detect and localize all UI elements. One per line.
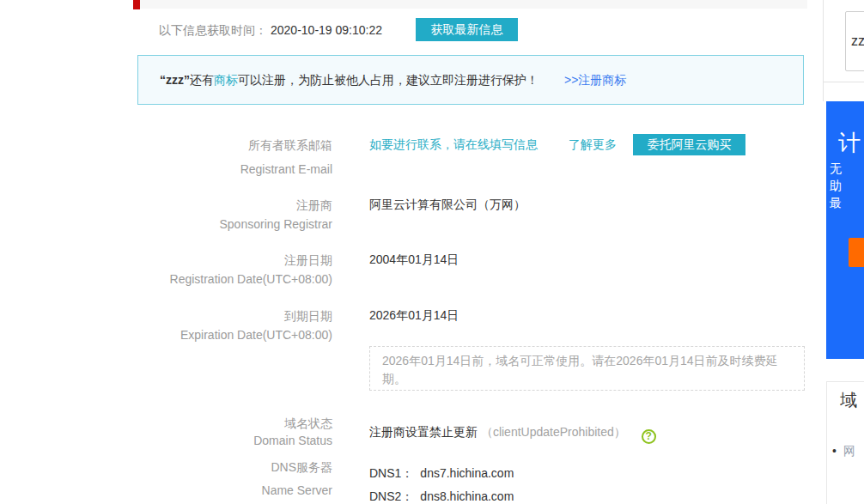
expiration-date-value: 2026年01月14日 (369, 308, 459, 324)
domain-status-label: 域名状态 Domain Status (137, 415, 332, 449)
header-bottom-strip (140, 0, 807, 9)
sidebar-divider (823, 0, 824, 101)
registrar-value: 阿里云计算有限公司（万网） (369, 197, 526, 213)
bullet-icon: • (832, 444, 837, 458)
status-text: 注册商设置禁止更新 (369, 425, 478, 439)
contact-online-link[interactable]: 如要进行联系，请在线填写信息 (369, 137, 538, 151)
domain-status-value: 注册商设置禁止更新 （clientUpdateProhibited） ? (369, 425, 656, 444)
register-trademark-link[interactable]: >>注册商标 (564, 73, 626, 87)
dns-server-label: DNS服务器 Name Server (137, 456, 332, 502)
renewal-notice: 2026年01月14日前，域名可正常使用。请在2026年01月14日前及时续费延… (369, 346, 805, 391)
banner-text-2: 可以注册，为防止被他人占用，建议立即注册进行保护！ (238, 73, 538, 87)
promo-action-button[interactable] (849, 238, 864, 267)
banner-domain: “zzz” (160, 73, 190, 87)
dns-server-value: DNS1：dns7.hichina.com DNS2：dns8.hichina.… (369, 462, 514, 504)
refresh-info-button[interactable]: 获取最新信息 (416, 18, 518, 41)
registration-date-label: 注册日期 Registration Date(UTC+08:00) (137, 251, 332, 288)
trademark-banner: “zzz”还有商标可以注册，为防止被他人占用，建议立即注册进行保护！>>注册商标 (137, 55, 804, 105)
trademark-link[interactable]: 商标 (214, 73, 238, 87)
dns1-host: dns7.hichina.com (420, 466, 514, 480)
learn-more-link[interactable]: 了解更多 (569, 137, 617, 151)
sidebar-panel-title: 域 (840, 389, 857, 412)
promo-title: 计 (838, 129, 861, 156)
sidebar-panel-link[interactable]: 网 (843, 444, 855, 458)
registrant-email-label: 所有者联系邮箱 Registrant E-mail (137, 133, 332, 181)
promo-text: 无 助 最 (830, 160, 842, 211)
entrust-aliyun-buy-button[interactable]: 委托阿里云购买 (633, 134, 745, 155)
registrant-email-value: 如要进行联系，请在线填写信息 了解更多 (369, 137, 617, 153)
section-accent-bar (133, 0, 140, 9)
sidebar-section-divider (823, 82, 864, 82)
dns-server-row: DNS1：dns7.hichina.com (369, 462, 514, 485)
status-code: （clientUpdateProhibited） (481, 425, 626, 439)
fetch-time-value: 2020-10-19 09:10:22 (271, 23, 382, 37)
registration-date-value: 2004年01月14日 (369, 252, 459, 268)
dns-server-row: DNS2：dns8.hichina.com (369, 485, 514, 504)
fetch-time-row: 以下信息获取时间：2020-10-19 09:10:22 (159, 21, 382, 39)
banner-text-1: 还有 (190, 73, 214, 87)
fetch-time-label: 以下信息获取时间： (159, 23, 267, 37)
domain-search-input[interactable] (845, 11, 864, 71)
status-help-icon[interactable]: ? (642, 429, 656, 444)
sidebar-panel-list-item[interactable]: •网 (832, 444, 855, 459)
dns2-host: dns8.hichina.com (420, 489, 514, 503)
expiration-date-label: 到期日期 Expiration Date(UTC+08:00) (137, 307, 332, 344)
registrar-label: 注册商 Sponsoring Registrar (137, 196, 332, 234)
